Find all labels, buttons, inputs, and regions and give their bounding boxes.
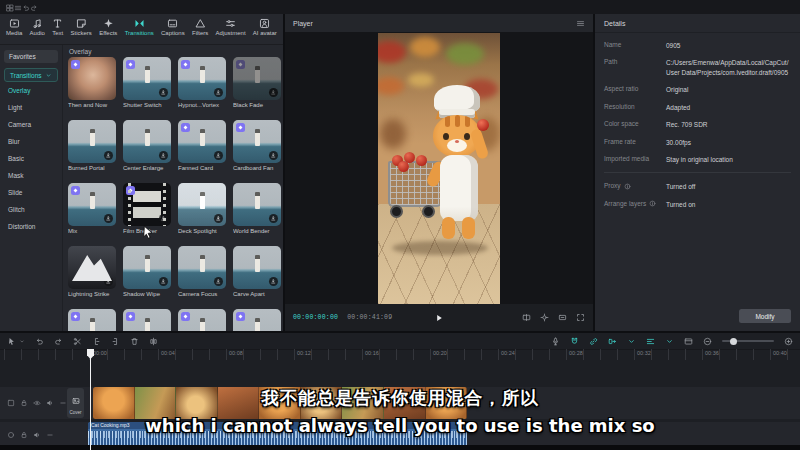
undo-icon[interactable] (35, 337, 44, 346)
app-grid-icon[interactable] (6, 4, 14, 12)
favorites-button[interactable]: Favorites (4, 50, 58, 63)
detail-row-name: Name 0905 (604, 41, 791, 50)
transition-tile-black-fade[interactable]: Black Fade (233, 57, 281, 108)
tab-stickers[interactable]: Stickers (70, 16, 93, 44)
sidebar-item-slide[interactable]: Slide (0, 184, 62, 201)
info-icon (624, 183, 631, 190)
sidebar-item-blur[interactable]: Blur (0, 133, 62, 150)
transition-tile-item[interactable] (233, 309, 281, 331)
transition-tile-mix[interactable]: Mix (68, 183, 116, 234)
ruler-tick: 00:08 (229, 350, 243, 356)
transition-tile-item[interactable] (123, 309, 171, 331)
transitions-category-button[interactable]: Transitions (4, 68, 58, 82)
transition-tile-camera-focus[interactable]: Camera Focus (178, 246, 226, 297)
auto-ripple-caret-icon[interactable] (627, 337, 636, 346)
transition-name: Mix (68, 228, 116, 234)
tab-effects[interactable]: Effects (98, 16, 118, 44)
mirror-icon[interactable] (149, 337, 158, 346)
avatar-icon (259, 18, 270, 29)
split-screen-icon[interactable] (522, 313, 531, 322)
tab-transitions[interactable]: Transitions (124, 16, 155, 44)
timeline-zoom-slider[interactable] (722, 340, 774, 342)
cart-wheel (422, 205, 435, 218)
tab-media[interactable]: Media (5, 16, 23, 44)
modify-button[interactable]: Modify (739, 309, 791, 323)
aspect-ratio-icon[interactable] (558, 313, 567, 322)
transition-name: Black Fade (233, 102, 281, 108)
text-icon (52, 18, 63, 29)
transition-tile-fanned-card[interactable]: Fanned Card (178, 120, 226, 171)
download-badge (159, 88, 168, 97)
tab-captions[interactable]: Captions (160, 16, 186, 44)
transition-tile-center-enlarge[interactable]: Center Enlarge (123, 120, 171, 171)
sidebar-item-light[interactable]: Light (0, 99, 62, 116)
record-voiceover-icon[interactable] (551, 337, 560, 346)
transition-tile-cardboard-fan[interactable]: Cardboard Fan (233, 120, 281, 171)
transition-tile-burned-portal[interactable]: Burned Portal (68, 120, 116, 171)
tab-ai-avatar[interactable]: AI avatar (252, 16, 278, 44)
filters-icon (195, 18, 206, 29)
transition-tile-hypnot-vortex[interactable]: Hypnot...Vortex (178, 57, 226, 108)
video-preview[interactable] (378, 33, 500, 304)
tab-audio[interactable]: Audio (29, 16, 46, 44)
app-menu-icon[interactable] (14, 4, 22, 12)
split-icon[interactable] (73, 337, 82, 346)
tab-adjustment[interactable]: Adjustment (215, 16, 247, 44)
detail-value: Stay in original location (666, 155, 733, 164)
transition-tile-lightning-strike[interactable]: Lightning Strike (68, 246, 116, 297)
transition-name: Center Enlarge (123, 165, 171, 171)
tomato-in-paw (477, 119, 489, 131)
sidebar-item-mask[interactable]: Mask (0, 167, 62, 184)
transition-tile-carve-apart[interactable]: Carve Apart (233, 246, 281, 297)
transition-thumbnail (233, 120, 281, 163)
play-button-icon[interactable] (434, 313, 444, 323)
snapshot-icon[interactable] (540, 313, 549, 322)
ruler-tick: 00:36 (705, 350, 719, 356)
transition-thumbnail (123, 120, 171, 163)
vip-badge (181, 123, 190, 132)
shelf-blob (410, 37, 440, 57)
redo-icon[interactable] (54, 337, 63, 346)
tab-filters[interactable]: Filters (191, 16, 209, 44)
player-menu-icon[interactable] (576, 19, 585, 28)
tab-label: AI avatar (253, 30, 277, 36)
sidebar-item-distortion[interactable]: Distortion (0, 218, 62, 235)
link-preview-icon[interactable] (589, 337, 598, 346)
select-tool-icon[interactable] (7, 337, 16, 346)
effects-icon (103, 18, 114, 29)
track-mode-icon[interactable] (646, 337, 655, 346)
transition-tile-shadow-wipe[interactable]: Shadow Wipe (123, 246, 171, 297)
vip-icon (73, 314, 78, 319)
main-toolbar: Media Audio Text Stickers Effects Transi… (0, 14, 283, 45)
transition-tile-then-and-now[interactable]: Then and Now (68, 57, 116, 108)
track-mode-caret-icon[interactable] (665, 337, 674, 346)
transition-tile-deck-spotlight[interactable]: Deck Spotlight (178, 183, 226, 234)
app-undo-icon[interactable] (22, 4, 30, 12)
vip-icon (183, 314, 188, 319)
transition-tile-item[interactable] (178, 309, 226, 331)
delete-left-icon[interactable] (92, 337, 101, 346)
transition-tile-shutter-switch[interactable]: Shutter Switch (123, 57, 171, 108)
sidebar-item-overlay[interactable]: Overlay (0, 82, 62, 99)
fullscreen-icon[interactable] (576, 313, 585, 322)
tab-text[interactable]: Text (51, 16, 64, 44)
zoom-out-icon[interactable] (703, 337, 712, 346)
sidebar-item-basic[interactable]: Basic (0, 150, 62, 167)
delete-icon[interactable] (130, 337, 139, 346)
transition-tile-film-breaker[interactable]: Film Breaker (123, 183, 171, 234)
snap-magnet-icon[interactable] (570, 337, 579, 346)
sidebar-item-camera[interactable]: Camera (0, 116, 62, 133)
select-tool-caret-icon[interactable] (19, 337, 25, 346)
transition-thumbnail (178, 120, 226, 163)
timeline-ruler[interactable]: 00:0000:0400:0800:1200:1600:2000:2400:28… (0, 349, 800, 360)
sidebar-item-glitch[interactable]: Glitch (0, 201, 62, 218)
zoom-in-icon[interactable] (784, 337, 793, 346)
zoom-slider-handle[interactable] (730, 338, 737, 345)
transition-tile-world-bender[interactable]: World Bender (233, 183, 281, 234)
transition-tile-item[interactable] (68, 309, 116, 331)
delete-right-icon[interactable] (111, 337, 120, 346)
app-redo-icon[interactable] (30, 4, 38, 12)
preview-axis-icon[interactable] (684, 337, 693, 346)
auto-ripple-icon[interactable] (608, 337, 617, 346)
transition-name: Shutter Switch (123, 102, 171, 108)
